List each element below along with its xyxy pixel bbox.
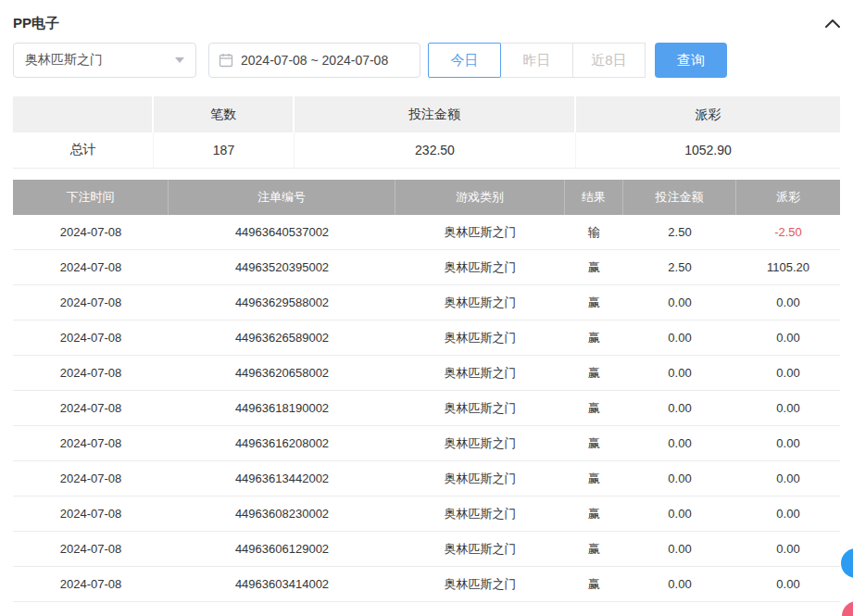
table-row: 2024-07-0844963640537002奥林匹斯之门输2.50-2.50: [13, 215, 840, 250]
date-range-picker[interactable]: 2024-07-08 ~ 2024-07-08: [208, 43, 420, 78]
cell-payout: 1105.20: [736, 250, 840, 285]
bet-records-table: 下注时间 注单编号 游戏类别 结果 投注金额 派彩 2024-07-084496…: [13, 180, 840, 602]
cell-game-type: 奥林匹斯之门: [395, 532, 565, 567]
header-payout: 派彩: [736, 180, 840, 215]
summary-bet-amount-value: 232.50: [295, 132, 576, 169]
cell-game-type: 奥林匹斯之门: [395, 461, 565, 497]
cell-result: 赢: [565, 285, 623, 321]
chevron-down-icon: [175, 57, 184, 63]
summary-header-empty: [13, 96, 154, 132]
summary-header-payout: 派彩: [576, 96, 840, 132]
cell-payout: 0.00: [736, 426, 840, 461]
header-game-type: 游戏类别: [395, 180, 565, 215]
cell-payout: 0.00: [736, 321, 840, 356]
cell-game-type: 奥林匹斯之门: [395, 285, 565, 321]
header-bet-id: 注单编号: [169, 180, 395, 215]
cell-bet-time: 2024-07-08: [13, 285, 169, 321]
cell-game-type: 奥林匹斯之门: [395, 250, 565, 285]
cell-bet-time: 2024-07-08: [13, 532, 169, 567]
cell-bet-amount: 0.00: [623, 426, 736, 461]
cell-payout: 0.00: [736, 567, 840, 602]
cell-bet-amount: 0.00: [623, 461, 736, 497]
cell-payout: 0.00: [736, 285, 840, 321]
table-row: 2024-07-0844963608230002奥林匹斯之门赢0.000.00: [13, 497, 840, 532]
table-row: 2024-07-0844963606129002奥林匹斯之门赢0.000.00: [13, 532, 840, 567]
cell-result: 赢: [565, 461, 623, 497]
cell-result: 赢: [565, 391, 623, 426]
cell-result: 赢: [565, 356, 623, 391]
table-row: 2024-07-0844963613442002奥林匹斯之门赢0.000.00: [13, 461, 840, 497]
cell-result: 输: [565, 215, 623, 250]
game-select-value: 奥林匹斯之门: [25, 52, 103, 69]
cell-bet-amount: 0.00: [623, 356, 736, 391]
cell-bet-amount: 0.00: [623, 321, 736, 356]
summary-total-label: 总计: [13, 132, 154, 169]
cell-bet-time: 2024-07-08: [13, 215, 169, 250]
game-select[interactable]: 奥林匹斯之门: [13, 43, 196, 78]
floating-service-button[interactable]: [841, 548, 853, 578]
cell-bet-time: 2024-07-08: [13, 321, 169, 356]
cell-result: 赢: [565, 532, 623, 567]
header-bet-amount: 投注金额: [623, 180, 736, 215]
cell-bet-amount: 0.00: [623, 532, 736, 567]
pp-electronic-panel: PP电子 奥林匹斯之门 2024-07-08 ~ 2024-07-08 今日 昨…: [0, 0, 853, 616]
bet-table-body: 2024-07-0844963640537002奥林匹斯之门输2.50-2.50…: [13, 215, 840, 602]
cell-bet-id: 44963640537002: [169, 215, 395, 250]
cell-bet-time: 2024-07-08: [13, 356, 169, 391]
table-row: 2024-07-0844963603414002奥林匹斯之门赢0.000.00: [13, 567, 840, 602]
bet-table-header-row: 下注时间 注单编号 游戏类别 结果 投注金额 派彩: [13, 180, 840, 215]
cell-bet-id: 44963618190002: [169, 391, 395, 426]
cell-bet-id: 44963616208002: [169, 426, 395, 461]
cell-bet-id: 44963603414002: [169, 567, 395, 602]
cell-bet-amount: 0.00: [623, 567, 736, 602]
cell-bet-id: 44963520395002: [169, 250, 395, 285]
cell-payout: 0.00: [736, 461, 840, 497]
cell-result: 赢: [565, 497, 623, 532]
quick-date-buttons: 今日 昨日 近8日: [428, 43, 646, 78]
cell-bet-time: 2024-07-08: [13, 567, 169, 602]
cell-bet-amount: 2.50: [623, 215, 736, 250]
cell-game-type: 奥林匹斯之门: [395, 497, 565, 532]
table-row: 2024-07-0844963620658002奥林匹斯之门赢0.000.00: [13, 356, 840, 391]
calendar-icon: [219, 53, 233, 68]
summary-count-value: 187: [154, 132, 295, 169]
today-button[interactable]: 今日: [428, 43, 501, 78]
table-row: 2024-07-0844963520395002奥林匹斯之门赢2.501105.…: [13, 250, 840, 285]
cell-bet-id: 44963606129002: [169, 532, 395, 567]
cell-payout: 0.00: [736, 356, 840, 391]
cell-payout: 0.00: [736, 532, 840, 567]
cell-bet-time: 2024-07-08: [13, 250, 169, 285]
filter-row: 奥林匹斯之门 2024-07-08 ~ 2024-07-08 今日 昨日 近8日…: [13, 43, 840, 78]
cell-bet-time: 2024-07-08: [13, 426, 169, 461]
cell-bet-id: 44963608230002: [169, 497, 395, 532]
yesterday-button[interactable]: 昨日: [500, 43, 573, 78]
cell-payout: 0.00: [736, 391, 840, 426]
summary-header-row: 笔数 投注金额 派彩: [13, 96, 840, 132]
cell-bet-id: 44963626589002: [169, 321, 395, 356]
table-row: 2024-07-0844963626589002奥林匹斯之门赢0.000.00: [13, 321, 840, 356]
cell-result: 赢: [565, 321, 623, 356]
cell-bet-id: 44963620658002: [169, 356, 395, 391]
collapse-icon[interactable]: [825, 19, 840, 28]
cell-bet-time: 2024-07-08: [13, 391, 169, 426]
table-row: 2024-07-0844963629588002奥林匹斯之门赢0.000.00: [13, 285, 840, 321]
summary-total-row: 总计 187 232.50 1052.90: [13, 132, 840, 169]
summary-payout-value: 1052.90: [576, 132, 840, 169]
cell-result: 赢: [565, 567, 623, 602]
cell-bet-id: 44963613442002: [169, 461, 395, 497]
floating-promo-button[interactable]: [842, 601, 853, 616]
last-8-days-button[interactable]: 近8日: [572, 43, 646, 78]
panel-header: PP电子: [13, 0, 840, 30]
cell-bet-time: 2024-07-08: [13, 461, 169, 497]
query-button[interactable]: 查询: [655, 43, 727, 78]
cell-game-type: 奥林匹斯之门: [395, 215, 565, 250]
cell-bet-amount: 0.00: [623, 497, 736, 532]
summary-header-bet-amount: 投注金额: [295, 96, 576, 132]
cell-payout: 0.00: [736, 497, 840, 532]
cell-bet-amount: 0.00: [623, 285, 736, 321]
cell-game-type: 奥林匹斯之门: [395, 567, 565, 602]
cell-game-type: 奥林匹斯之门: [395, 391, 565, 426]
cell-bet-amount: 0.00: [623, 391, 736, 426]
cell-bet-amount: 2.50: [623, 250, 736, 285]
cell-game-type: 奥林匹斯之门: [395, 356, 565, 391]
